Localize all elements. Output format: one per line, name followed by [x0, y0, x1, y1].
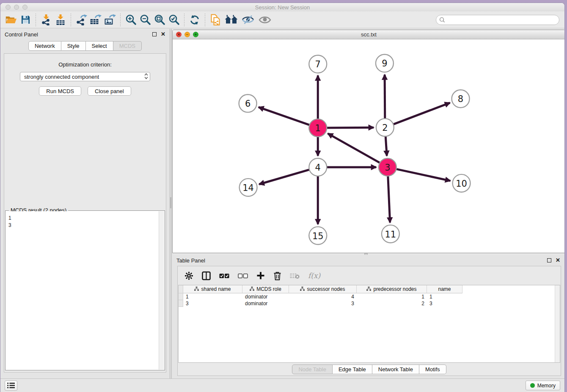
node-label: 15 — [312, 231, 324, 241]
tab-motifs[interactable]: Motifs — [419, 364, 446, 374]
cell-successor-nodes[interactable]: 3 — [289, 300, 357, 307]
tab-edge-table[interactable]: Edge Table — [333, 364, 372, 374]
status-bar: Memory — [0, 378, 564, 392]
tab-node-table[interactable]: Node Table — [292, 364, 333, 374]
cell-shared-name[interactable]: 1 — [183, 293, 242, 300]
splitter-grip[interactable] — [170, 197, 171, 208]
close-panel-button[interactable]: Close panel — [88, 86, 131, 96]
tree-sort-icon — [250, 286, 254, 292]
cell-mcds-role[interactable]: dominator — [242, 293, 289, 300]
graph-node-9[interactable]: 9 — [376, 54, 394, 72]
clone-network-icon[interactable] — [208, 13, 223, 27]
deselect-all-rows-icon[interactable] — [238, 273, 248, 279]
graph-node-7[interactable]: 7 — [309, 55, 327, 73]
optimization-criterion-dropdown[interactable]: strongly connected component — [20, 72, 150, 81]
graph-node-1[interactable]: 1 — [309, 119, 327, 137]
column-header-mcds-role[interactable]: MCDS role — [242, 285, 289, 293]
cell-name[interactable]: 3 — [427, 300, 462, 307]
control-panel: Control Panel ✕ NetworkStyleSelectMCDS O… — [0, 29, 170, 378]
tree-sort-icon — [194, 286, 199, 292]
node-label: 8 — [458, 94, 463, 104]
column-header-label: MCDS role — [256, 286, 281, 292]
cell-shared-name[interactable]: 3 — [183, 300, 242, 307]
cell-predecessor-nodes[interactable]: 1 — [357, 293, 427, 300]
network-view-window: ✕ − + scc.txt 7968124314101511 — [172, 30, 565, 253]
cell-mcds-role[interactable]: dominator — [242, 300, 289, 307]
import-network-icon[interactable] — [39, 13, 53, 27]
tab-network[interactable]: Network — [28, 41, 61, 51]
table-settings-icon[interactable] — [184, 271, 193, 280]
add-column-icon[interactable] — [256, 271, 265, 280]
export-table-icon[interactable] — [88, 13, 103, 27]
float-table-panel-icon[interactable] — [547, 258, 551, 262]
export-image-icon[interactable] — [103, 13, 117, 27]
graph-node-2[interactable]: 2 — [376, 119, 394, 136]
toolbar-separator — [205, 14, 205, 26]
graph-node-14[interactable]: 14 — [239, 179, 257, 196]
apply-function-icon[interactable]: f(x) — [308, 271, 320, 280]
table-row[interactable]: 3dominator323 — [179, 300, 560, 307]
float-panel-icon[interactable] — [152, 32, 157, 36]
zoom-fit-icon[interactable] — [152, 13, 167, 27]
graph-node-15[interactable]: 15 — [309, 227, 327, 245]
result-scrollbar[interactable] — [159, 211, 164, 370]
desktop: { "titlebar": { "title": "Session: New S… — [0, 0, 567, 392]
mcds-result-line: 3 — [8, 222, 156, 229]
tab-select[interactable]: Select — [86, 41, 113, 51]
graph-node-3[interactable]: 3 — [379, 158, 396, 176]
tab-network-table[interactable]: Network Table — [372, 364, 419, 374]
vertical-splitter[interactable] — [170, 29, 172, 378]
column-header-name[interactable]: name — [427, 285, 462, 293]
column-header-successor-nodes[interactable]: successor nodes — [289, 285, 357, 293]
delete-row-icon[interactable] — [273, 271, 281, 280]
first-neighbors-icon[interactable] — [223, 13, 239, 27]
task-history-button[interactable] — [5, 381, 17, 391]
edge-3-to-10[interactable] — [388, 167, 450, 181]
hide-selected-icon[interactable] — [239, 13, 256, 27]
delete-column-icon[interactable] — [290, 273, 300, 279]
search-input[interactable] — [436, 15, 559, 25]
graph-node-11[interactable]: 11 — [382, 225, 399, 243]
edge-1-to-6[interactable] — [259, 107, 318, 128]
open-session-icon[interactable] — [4, 13, 18, 27]
node-label: 9 — [382, 58, 387, 69]
split-view-icon[interactable] — [202, 271, 211, 280]
network-graph-canvas[interactable]: 7968124314101511 — [173, 39, 565, 253]
tab-mcds[interactable]: MCDS — [113, 41, 142, 51]
cell-name[interactable]: 1 — [427, 293, 462, 300]
graph-node-10[interactable]: 10 — [453, 174, 471, 192]
node-label: 4 — [315, 163, 321, 173]
control-panel-title: Control Panel — [5, 31, 38, 38]
close-table-panel-icon[interactable]: ✕ — [556, 258, 560, 262]
edge-3-to-1[interactable] — [328, 133, 388, 167]
refresh-view-icon[interactable] — [187, 13, 202, 27]
table-row[interactable]: 1dominator411 — [179, 293, 560, 300]
tree-sort-icon — [366, 286, 371, 292]
column-header-shared-name[interactable]: shared name — [183, 285, 242, 293]
close-panel-icon[interactable]: ✕ — [161, 32, 165, 36]
select-all-rows-icon[interactable] — [219, 273, 229, 279]
show-all-icon[interactable] — [256, 13, 273, 27]
graph-node-4[interactable]: 4 — [309, 158, 327, 176]
import-table-icon[interactable] — [53, 13, 68, 27]
cell-successor-nodes[interactable]: 4 — [289, 293, 357, 300]
zoom-in-icon[interactable] — [124, 13, 138, 27]
zoom-out-icon[interactable] — [138, 13, 152, 27]
toolbar-separator — [71, 14, 71, 26]
tab-style[interactable]: Style — [61, 41, 86, 51]
run-mcds-button[interactable]: Run MCDS — [39, 86, 81, 96]
memory-button[interactable]: Memory — [526, 381, 560, 390]
app-title: Session: New Session — [0, 4, 564, 11]
export-network-icon[interactable] — [74, 13, 88, 27]
save-session-icon[interactable] — [18, 13, 33, 27]
edge-2-to-8[interactable] — [385, 103, 450, 127]
table-scrollbar[interactable] — [555, 285, 560, 362]
graph-node-6[interactable]: 6 — [239, 94, 257, 112]
zoom-selected-icon[interactable] — [167, 13, 181, 27]
memory-status-dot — [530, 383, 535, 388]
cell-predecessor-nodes[interactable]: 2 — [357, 300, 427, 307]
graph-node-8[interactable]: 8 — [452, 90, 470, 108]
memory-label: Memory — [537, 383, 556, 389]
column-header-predecessor-nodes[interactable]: predecessor nodes — [357, 285, 427, 293]
mcds-result-list[interactable]: 13 — [6, 211, 159, 370]
